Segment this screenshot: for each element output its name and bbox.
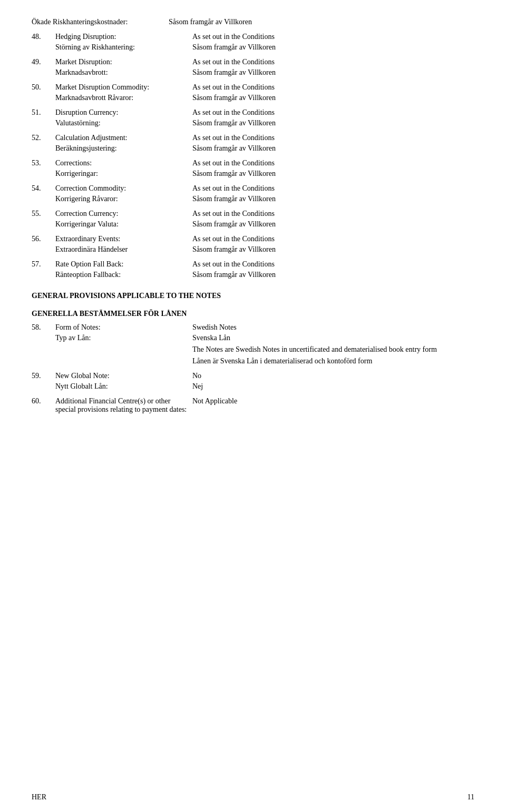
entry-value-sv: Såsom framgår av Villkoren xyxy=(192,94,474,102)
entry-label-en: Extraordinary Events: xyxy=(55,235,192,243)
entry-number: 59. xyxy=(32,369,55,394)
page: Ökade Riskhanteringskostnader: Såsom fra… xyxy=(0,0,506,812)
entry-number: 56. xyxy=(32,232,55,257)
entry-value-en: Swedish Notes xyxy=(192,323,474,332)
entry-after: 60.Additional Financial Centre(s) or oth… xyxy=(32,394,474,417)
footer-left: HER xyxy=(32,793,46,801)
entry-label-sv: Korrigeringar Valuta: xyxy=(55,220,192,229)
entry-content: Disruption Currency:As set out in the Co… xyxy=(55,105,474,131)
entry-number: 53. xyxy=(32,156,55,181)
entry-content: Hedging Disruption:As set out in the Con… xyxy=(55,29,474,55)
entry-number: 51. xyxy=(32,105,55,131)
entry-label-en: Form of Notes: xyxy=(55,323,192,332)
entry-value-en: As set out in the Conditions xyxy=(192,108,474,117)
entry: 52.Calculation Adjustment:As set out in … xyxy=(32,131,474,156)
entry-value-sv: Såsom framgår av Villkoren xyxy=(192,170,474,178)
entry-value-en: As set out in the Conditions xyxy=(192,210,474,218)
section-header-sv: GENERELLA BESTÄMMELSER FÖR LÅNEN xyxy=(32,310,474,318)
entry-content: Form of Notes:Swedish NotesTyp av Lån:Sv… xyxy=(55,320,474,369)
entry-content: Rate Option Fall Back:As set out in the … xyxy=(55,257,474,282)
entry-value-sv: Nej xyxy=(192,382,474,391)
entries-list: 48.Hedging Disruption:As set out in the … xyxy=(32,29,474,282)
entry-label-sv: Extraordinära Händelser xyxy=(55,245,192,254)
entry-extra-sv: Lånen är Svenska Lån i dematerialiserad … xyxy=(192,357,474,365)
entry-number: 49. xyxy=(32,55,55,80)
footer: HER 11 xyxy=(0,793,506,801)
entry-value-sv: Såsom framgår av Villkoren xyxy=(192,68,474,77)
entry-extra-en: The Notes are Swedish Notes in uncertifi… xyxy=(192,345,474,354)
entry-value-en: As set out in the Conditions xyxy=(192,184,474,193)
entry-number: 48. xyxy=(32,29,55,55)
entry-value-sv: Såsom framgår av Villkoren xyxy=(192,245,474,254)
entry-value-sv: Såsom framgår av Villkoren xyxy=(192,271,474,279)
entry-label-en: Disruption Currency: xyxy=(55,108,192,117)
entry-value-sv: Svenska Lån xyxy=(192,334,474,342)
entry-after: 59.New Global Note:NoNytt Globalt Lån:Ne… xyxy=(32,369,474,394)
entry-label-en: Market Disruption: xyxy=(55,58,192,66)
entry: 50.Market Disruption Commodity:As set ou… xyxy=(32,80,474,105)
entry-value-en: As set out in the Conditions xyxy=(192,260,474,269)
entry-label-en: Additional Financial Centre(s) or other … xyxy=(55,397,192,414)
entry-label-sv: Korrigering Råvaror: xyxy=(55,195,192,203)
entry-label-sv: Typ av Lån: xyxy=(55,334,192,342)
entry-label-sv: Beräkningsjustering: xyxy=(55,144,192,153)
footer-page: 11 xyxy=(468,793,474,801)
entry-label-sv: Korrigeringar: xyxy=(55,170,192,178)
entry-value-sv: Såsom framgår av Villkoren xyxy=(192,220,474,229)
entry-value-en: As set out in the Conditions xyxy=(192,134,474,142)
entry-value-en: As set out in the Conditions xyxy=(192,159,474,167)
entry-label-sv: Marknadsavbrott: xyxy=(55,68,192,77)
entry-label-sv: Valutastörning: xyxy=(55,119,192,127)
entry-label-sv: Marknadsavbrott Råvaror: xyxy=(55,94,192,102)
intro-value: Såsom framgår av Villkoren xyxy=(169,18,474,26)
entry-label-sv: Ränteoption Fallback: xyxy=(55,271,192,279)
entry-number: 54. xyxy=(32,181,55,206)
entry: 57.Rate Option Fall Back:As set out in t… xyxy=(32,257,474,282)
entry: 48.Hedging Disruption:As set out in the … xyxy=(32,29,474,55)
entry-label-en: Rate Option Fall Back: xyxy=(55,260,192,269)
entry-content: Correction Commodity:As set out in the C… xyxy=(55,181,474,206)
entry-number: 55. xyxy=(32,206,55,232)
entry-number: 57. xyxy=(32,257,55,282)
entry-label-en: Correction Currency: xyxy=(55,210,192,218)
entry-number: 60. xyxy=(32,394,55,417)
entry-value-en: As set out in the Conditions xyxy=(192,83,474,92)
entry-content: Market Disruption:As set out in the Cond… xyxy=(55,55,474,80)
entry-label-en: Correction Commodity: xyxy=(55,184,192,193)
entry-label-sv: Nytt Globalt Lån: xyxy=(55,382,192,391)
entry-content: Calculation Adjustment:As set out in the… xyxy=(55,131,474,156)
entry-content: New Global Note:NoNytt Globalt Lån:Nej xyxy=(55,369,474,394)
entry-value-en: As set out in the Conditions xyxy=(192,33,474,41)
entry-value-en: As set out in the Conditions xyxy=(192,235,474,243)
entry-label-en: Market Disruption Commodity: xyxy=(55,83,192,92)
section-header-en: GENERAL PROVISIONS APPLICABLE TO THE NOT… xyxy=(32,292,474,300)
entry-value-sv: Såsom framgår av Villkoren xyxy=(192,195,474,203)
entry-label-en: Calculation Adjustment: xyxy=(55,134,192,142)
entry-label-en: New Global Note: xyxy=(55,372,192,380)
entry: 56.Extraordinary Events:As set out in th… xyxy=(32,232,474,257)
entry-number: 58. xyxy=(32,320,55,369)
entry: 51.Disruption Currency:As set out in the… xyxy=(32,105,474,131)
entry: 54.Correction Commodity:As set out in th… xyxy=(32,181,474,206)
entry: 55.Correction Currency:As set out in the… xyxy=(32,206,474,232)
entry-label-en: Corrections: xyxy=(55,159,192,167)
entry-content: Market Disruption Commodity:As set out i… xyxy=(55,80,474,105)
entries-after-list: 58.Form of Notes:Swedish NotesTyp av Lån… xyxy=(32,320,474,417)
entry: 53.Corrections:As set out in the Conditi… xyxy=(32,156,474,181)
entry-content: Correction Currency:As set out in the Co… xyxy=(55,206,474,232)
entry-value-sv: Såsom framgår av Villkoren xyxy=(192,43,474,52)
entry-content: Extraordinary Events:As set out in the C… xyxy=(55,232,474,257)
entry-value-sv: Såsom framgår av Villkoren xyxy=(192,144,474,153)
entry-label-sv: Störning av Riskhantering: xyxy=(55,43,192,52)
entry-after: 58.Form of Notes:Swedish NotesTyp av Lån… xyxy=(32,320,474,369)
intro-label: Ökade Riskhanteringskostnader: xyxy=(32,18,169,26)
intro-row: Ökade Riskhanteringskostnader: Såsom fra… xyxy=(32,16,474,28)
entry-value-en: No xyxy=(192,372,474,380)
entry: 49.Market Disruption:As set out in the C… xyxy=(32,55,474,80)
entry-number: 52. xyxy=(32,131,55,156)
entry-value-en: As set out in the Conditions xyxy=(192,58,474,66)
entry-value-sv: Såsom framgår av Villkoren xyxy=(192,119,474,127)
entry-value-en: Not Applicable xyxy=(192,397,474,414)
entry-label-en: Hedging Disruption: xyxy=(55,33,192,41)
entry-content: Additional Financial Centre(s) or other … xyxy=(55,394,474,417)
